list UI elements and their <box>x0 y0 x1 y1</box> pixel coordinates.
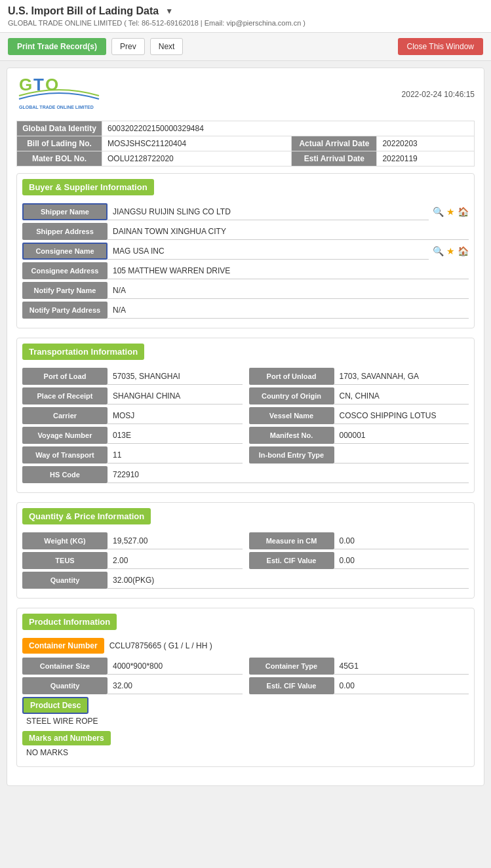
consignee-address-label: Consignee Address <box>22 262 108 279</box>
transport-row-1: Port of Load 57035, SHANGHAI Port of Unl… <box>22 368 469 387</box>
quantity-row: Quantity 32.00(PKG) <box>22 572 469 589</box>
port-of-load-label: Port of Load <box>22 368 108 385</box>
way-of-transport-value: 11 <box>108 446 243 464</box>
esti-arrival-label: Esti Arrival Date <box>292 151 377 167</box>
notify-party-name-row: Notify Party Name N/A <box>22 282 469 299</box>
carrier-row: Carrier MOSJ <box>22 407 243 424</box>
way-of-transport-label: Way of Transport <box>22 446 108 464</box>
toolbar: Print Trade Record(s) Prev Next Close Th… <box>0 33 491 61</box>
shipper-name-label: Shipper Name <box>22 203 108 220</box>
product-body: Container Number CCLU7875665 ( G1 / L / … <box>17 635 474 766</box>
container-size-row: Container Size 4000*900*800 <box>22 658 243 675</box>
weight-label: Weight (KG) <box>22 532 108 549</box>
product-esti-cif-value: 0.00 <box>334 677 469 694</box>
marks-label: Marks and Numbers <box>22 731 111 745</box>
product-desc-value: STEEL WIRE ROPE <box>22 714 469 728</box>
port-of-unload-row: Port of Unload 1703, SAVANNAH, GA <box>249 368 469 385</box>
consignee-home-icon[interactable]: 🏠 <box>458 246 469 256</box>
vessel-name-label: Vessel Name <box>249 407 334 424</box>
shipper-search-icon[interactable]: 🔍 <box>433 207 444 217</box>
bol-value: MOSJSHSC21120404 <box>102 136 292 151</box>
country-of-origin-value: CN, CHINA <box>334 387 469 404</box>
hs-code-row: HS Code 722910 <box>22 466 469 483</box>
vessel-name-row: Vessel Name COSCO SHIPPING LOTUS <box>249 407 469 424</box>
consignee-address-value: 105 MATTHEW WARREN DRIVE <box>108 262 469 279</box>
marks-value: NO MARKS <box>22 745 469 760</box>
timestamp: 2022-02-24 10:46:15 <box>402 90 475 99</box>
product-esti-cif-label: Esti. CIF Value <box>249 677 334 694</box>
shipper-address-label: Shipper Address <box>22 223 108 240</box>
svg-text:O: O <box>45 77 58 94</box>
shipper-name-value: JIANGSU RUIJIN SLING CO LTD <box>108 203 429 220</box>
measure-label: Measure in CM <box>249 532 334 549</box>
container-number-label: Container Number <box>22 638 104 654</box>
voyage-number-row: Voyage Number 013E <box>22 427 243 444</box>
logo-area: G T O GLOBAL TRADE ONLINE LIMITED <box>16 77 102 111</box>
transport-row-3: Carrier MOSJ Vessel Name COSCO SHIPPING … <box>22 407 469 427</box>
document-header: G T O GLOBAL TRADE ONLINE LIMITED 2022-0… <box>16 77 475 111</box>
transport-row-4: Voyage Number 013E Manifest No. 000001 <box>22 427 469 446</box>
inbond-entry-value <box>334 446 469 464</box>
quantity-value: 32.00(PKG) <box>108 572 469 589</box>
shipper-star-icon[interactable]: ★ <box>446 207 455 217</box>
product-quantity-row: Quantity 32.00 <box>22 677 243 694</box>
country-of-origin-row: Country of Origin CN, CHINA <box>249 387 469 404</box>
way-of-transport-row: Way of Transport 11 <box>22 446 243 464</box>
global-data-identity-label: Global Data Identity <box>17 121 102 136</box>
product-desc-label: Product Desc <box>22 697 88 714</box>
measure-row: Measure in CM 0.00 <box>249 532 469 549</box>
notify-party-name-value: N/A <box>108 282 469 299</box>
transport-row-5: Way of Transport 11 In-bond Entry Type <box>22 446 469 466</box>
company-logo: G T O GLOBAL TRADE ONLINE LIMITED <box>16 77 102 111</box>
master-bol-value: OOLU2128722020 <box>102 151 292 167</box>
buyer-supplier-body: Shipper Name JIANGSU RUIJIN SLING CO LTD… <box>17 201 474 328</box>
main-content: G T O GLOBAL TRADE ONLINE LIMITED 2022-0… <box>7 68 484 786</box>
buyer-supplier-title: Buyer & Supplier Information <box>22 179 154 195</box>
close-button[interactable]: Close This Window <box>398 38 483 55</box>
inbond-entry-label: In-bond Entry Type <box>249 446 334 464</box>
manifest-no-label: Manifest No. <box>249 427 334 444</box>
notify-party-address-value: N/A <box>108 302 469 319</box>
page-title: U.S. Import Bill of Lading Data ▼ <box>8 5 483 17</box>
shipper-name-row: Shipper Name JIANGSU RUIJIN SLING CO LTD… <box>22 203 469 220</box>
esti-cif-value: 0.00 <box>334 552 469 569</box>
prev-button[interactable]: Prev <box>111 38 145 55</box>
buyer-supplier-section: Buyer & Supplier Information Shipper Nam… <box>16 173 475 328</box>
carrier-value: MOSJ <box>108 407 243 424</box>
marks-outer: Marks and Numbers NO MARKS <box>22 731 469 760</box>
dropdown-arrow-icon[interactable]: ▼ <box>165 7 173 16</box>
vessel-name-value: COSCO SHIPPING LOTUS <box>334 407 469 424</box>
hs-code-value: 722910 <box>108 466 469 483</box>
print-button[interactable]: Print Trade Record(s) <box>8 38 106 55</box>
top-bar: U.S. Import Bill of Lading Data ▼ GLOBAL… <box>0 0 491 33</box>
port-of-load-value: 57035, SHANGHAI <box>108 368 243 385</box>
qp-row-1: Weight (KG) 19,527.00 Measure in CM 0.00 <box>22 532 469 552</box>
port-of-unload-value: 1703, SAVANNAH, GA <box>334 368 469 385</box>
carrier-label: Carrier <box>22 407 108 424</box>
voyage-number-label: Voyage Number <box>22 427 108 444</box>
consignee-search-icon[interactable]: 🔍 <box>433 246 444 256</box>
container-number-row: Container Number CCLU7875665 ( G1 / L / … <box>22 638 469 654</box>
shipper-home-icon[interactable]: 🏠 <box>458 207 469 217</box>
next-button[interactable]: Next <box>150 38 184 55</box>
teus-value: 2.00 <box>108 552 243 569</box>
shipper-icons: 🔍 ★ 🏠 <box>433 207 469 217</box>
esti-arrival-value: 20220119 <box>377 151 475 167</box>
product-row-2: Quantity 32.00 Esti. CIF Value 0.00 <box>22 677 469 697</box>
qp-row-2: TEUS 2.00 Esti. CIF Value 0.00 <box>22 552 469 572</box>
quantity-price-title: Quantity & Price Information <box>22 508 151 524</box>
teus-label: TEUS <box>22 552 108 569</box>
quantity-price-section: Quantity & Price Information Weight (KG)… <box>16 502 475 599</box>
manifest-no-row: Manifest No. 000001 <box>249 427 469 444</box>
consignee-star-icon[interactable]: ★ <box>446 246 455 256</box>
transportation-title: Transportation Information <box>22 344 144 360</box>
container-type-value: 45G1 <box>334 658 469 675</box>
master-bol-row: Mater BOL No. OOLU2128722020 Esti Arriva… <box>17 151 475 167</box>
consignee-name-value: MAG USA INC <box>108 243 429 260</box>
global-data-identity-row: Global Data Identity 6003202202150000329… <box>17 121 475 136</box>
shipper-address-row: Shipper Address DAINAN TOWN XINGHUA CITY <box>22 223 469 240</box>
notify-party-address-label: Notify Party Address <box>22 302 108 319</box>
actual-arrival-value: 20220203 <box>377 136 475 151</box>
quantity-label: Quantity <box>22 572 108 589</box>
esti-cif-label: Esti. CIF Value <box>249 552 334 569</box>
